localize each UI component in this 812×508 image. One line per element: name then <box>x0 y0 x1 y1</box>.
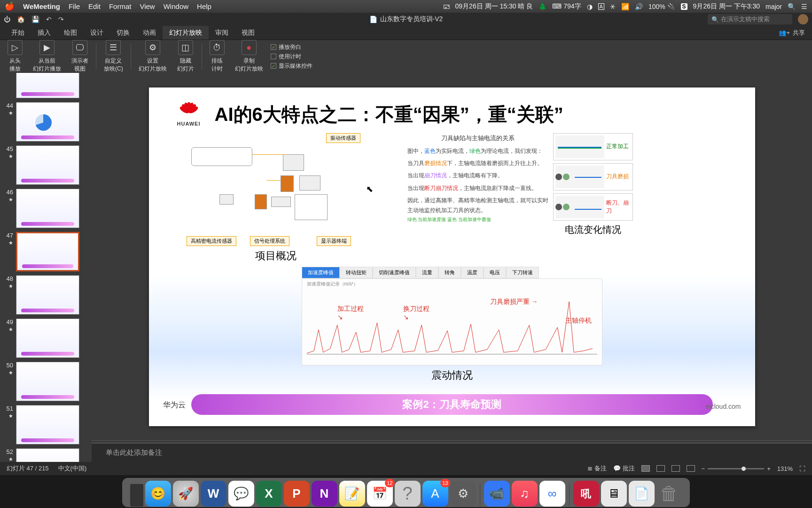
dock-trash[interactable]: 🗑 <box>656 481 682 507</box>
dock-app-red[interactable]: 吼 <box>573 481 599 507</box>
tab-transitions[interactable]: 切换 <box>110 26 136 40</box>
status-search-icon[interactable]: 🔍 <box>788 3 796 10</box>
tab-animations[interactable]: 动画 <box>136 26 163 40</box>
menubar-app-name[interactable]: WeMeeting <box>23 2 60 10</box>
dock-appstore[interactable]: A13 <box>422 481 448 507</box>
dock-finder[interactable]: 😊 <box>145 481 171 507</box>
sorter-view-button[interactable] <box>656 465 665 472</box>
play-from-current-button[interactable]: ▶从当前 幻灯片播放 <box>30 40 64 73</box>
menu-window[interactable]: Window <box>164 2 188 10</box>
play-from-start-button[interactable]: ▷从头 播放 <box>5 40 25 73</box>
slide-thumbnails-panel[interactable]: ★ 44★ 45★ 46★ 47★ 48★ 49★ 50★ 51★ 52★ <box>0 73 92 462</box>
normal-view-button[interactable] <box>641 465 650 472</box>
slide-thumbnail[interactable] <box>16 102 79 142</box>
dock-help[interactable]: ? <box>395 481 421 507</box>
language-indicator[interactable]: 中文(中国) <box>58 464 87 473</box>
dock-cloud[interactable]: ∞ <box>539 481 565 507</box>
status-clock[interactable]: 9月26日 周一 下午3:30 <box>693 2 760 11</box>
notes-toggle[interactable]: ≣ 备注 <box>587 464 607 473</box>
dock-launchpad[interactable]: 🚀 <box>173 481 199 507</box>
chk-media-controls[interactable]: ✓显示媒体控件 <box>271 62 312 70</box>
status-calendar-icon[interactable]: 🖃 <box>443 3 450 10</box>
share-button[interactable]: 👥+ 共享 <box>779 29 812 37</box>
status-wifi-icon[interactable]: 📶 <box>621 3 629 10</box>
slide-thumbnail[interactable] <box>16 275 79 315</box>
presenter-view-button[interactable]: 🖵演示者 视图 <box>69 40 91 73</box>
redo-icon[interactable]: ↷ <box>58 16 64 23</box>
notes-pane[interactable]: 单击此处添加备注 <box>92 443 812 462</box>
dock-onenote[interactable]: N <box>312 481 337 507</box>
fit-to-window-button[interactable]: ⛶ <box>799 465 805 472</box>
record-button[interactable]: ●录制 幻灯片放映 <box>232 40 266 73</box>
dock-video-app[interactable]: 📹 <box>484 481 510 507</box>
save-icon[interactable]: 💾 <box>31 16 39 23</box>
reading-view-button[interactable] <box>671 465 680 472</box>
custom-show-button[interactable]: ☰自定义 放映(C) <box>101 40 126 73</box>
chk-timings[interactable]: 使用计时 <box>271 53 312 61</box>
slide-thumbnail[interactable] <box>16 448 79 462</box>
zoom-slider[interactable]: − + <box>702 465 771 472</box>
undo-icon[interactable]: ↶ <box>46 16 52 23</box>
search-input[interactable]: 🔍 在演示文稿中搜索 <box>708 14 792 24</box>
menu-edit[interactable]: Edit <box>88 2 101 10</box>
dock-wemeeting[interactable]: 🖥 <box>601 481 627 507</box>
current-slide[interactable]: HUAWEI AI的6大特点之二：不重“因果”，重“关联” 振动传感器 <box>149 87 755 426</box>
user-avatar[interactable] <box>798 14 808 24</box>
slide-thumbnail[interactable] <box>16 145 79 185</box>
menu-format[interactable]: Format <box>109 2 132 10</box>
rehearse-button[interactable]: ⏱排练 计时 <box>207 40 227 73</box>
comments-toggle[interactable]: 💬 批注 <box>613 464 635 473</box>
slideshow-view-button[interactable] <box>687 465 695 472</box>
tab-design[interactable]: 设计 <box>84 26 110 40</box>
slide-thumbnail[interactable] <box>16 189 79 228</box>
tab-slideshow[interactable]: 幻灯片放映 <box>163 26 209 40</box>
tab-insert[interactable]: 插入 <box>31 26 57 40</box>
status-user[interactable]: major <box>765 3 782 10</box>
ribbon-separator <box>202 44 202 70</box>
status-control-center-icon[interactable]: ☰ <box>801 3 807 10</box>
slide-thumbnail[interactable] <box>16 405 79 444</box>
dock-calendar[interactable]: 📅12 <box>367 481 393 507</box>
slide-thumbnail[interactable] <box>16 362 79 401</box>
setup-show-button[interactable]: ⚙设置 幻灯片放映 <box>136 40 170 73</box>
zoom-in-button[interactable]: + <box>767 465 771 472</box>
slide-thumbnail-active[interactable] <box>16 232 79 271</box>
ribbon-separator <box>96 44 96 70</box>
dock-notes[interactable]: 📝 <box>339 481 365 507</box>
dock-app-box[interactable] <box>130 484 143 507</box>
dock-wechat[interactable]: 💬 <box>228 481 254 507</box>
dock-word[interactable]: W <box>201 481 226 507</box>
status-tree-icon[interactable]: 🌲 <box>539 3 547 10</box>
dock-music[interactable]: ♫ <box>512 481 538 507</box>
tab-home[interactable]: 开始 <box>5 26 31 40</box>
chk-narration[interactable]: ✓播放旁白 <box>271 43 312 51</box>
status-battery[interactable]: 100% 🔌 <box>648 3 675 10</box>
tab-review[interactable]: 审阅 <box>209 26 235 40</box>
dock-pages[interactable]: 📄 <box>629 481 655 507</box>
tab-draw[interactable]: 绘图 <box>57 26 84 40</box>
dock-excel[interactable]: X <box>256 481 282 507</box>
status-date-widget[interactable]: 09月26日 周一 15:30 晴 良 <box>455 2 533 11</box>
dock-powerpoint[interactable]: P <box>284 481 310 507</box>
status-app-icon[interactable]: S <box>681 3 687 10</box>
slide-thumbnail[interactable] <box>16 73 79 98</box>
slide-counter[interactable]: 幻灯片 47 / 215 <box>7 464 49 473</box>
zoom-level[interactable]: 131% <box>777 465 793 472</box>
home-icon[interactable]: 🏠 <box>17 16 25 23</box>
zoom-out-button[interactable]: − <box>702 465 705 472</box>
macos-dock: 😊 🚀 W 💬 X P N 📝 📅12 ? A13 ⚙ 📹 ♫ ∞ 吼 🖥 📄 … <box>0 475 812 508</box>
status-volume-icon[interactable]: 🔊 <box>635 3 643 10</box>
hide-slide-button[interactable]: ◫隐藏 幻灯片 <box>174 40 197 73</box>
status-ime-icon[interactable]: A <box>598 3 604 10</box>
status-word-count[interactable]: ⌨ 794字 <box>552 2 581 11</box>
menu-view[interactable]: View <box>140 2 155 10</box>
status-bluetooth-icon[interactable]: ⚹ <box>610 2 616 10</box>
menu-file[interactable]: File <box>69 2 80 10</box>
menu-help[interactable]: Help <box>197 2 211 10</box>
status-accessibility-icon[interactable]: ◑ <box>587 3 593 10</box>
autosave-toggle-icon[interactable]: ⏻ <box>4 16 10 23</box>
apple-logo-icon[interactable]: 🍎 <box>5 1 15 11</box>
slide-thumbnail[interactable] <box>16 318 79 358</box>
dock-settings[interactable]: ⚙ <box>450 481 476 507</box>
tab-view[interactable]: 视图 <box>235 26 261 40</box>
